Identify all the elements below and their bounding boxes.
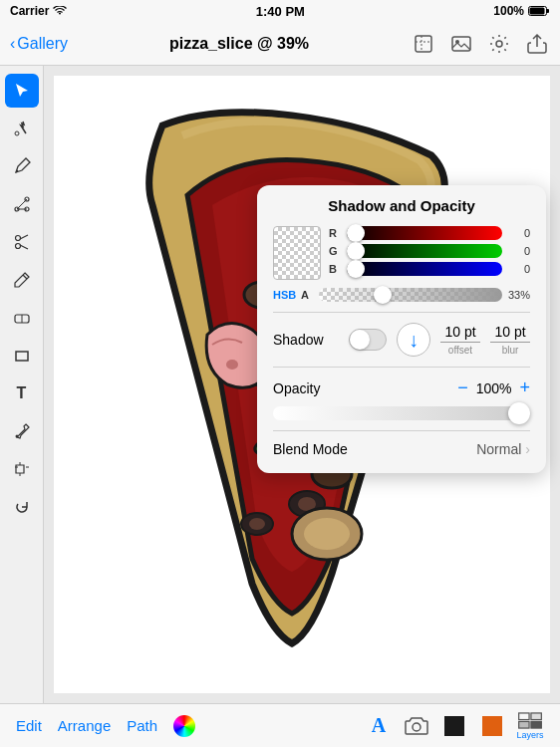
bottom-left-actions: Edit Arrange Path [16,715,195,737]
blue-label: B [329,263,341,275]
svg-rect-3 [416,36,431,52]
tool-text[interactable]: T [5,376,39,410]
red-slider-track [347,226,502,240]
camera-icon [405,716,428,736]
panel-title: Shadow and Opacity [273,197,530,214]
blue-slider-row: B 0 [329,262,530,276]
alpha-value: 33% [508,289,530,301]
tool-scissors[interactable] [5,225,39,259]
svg-point-15 [15,435,18,438]
tool-rotate[interactable] [5,490,39,524]
blend-mode-section[interactable]: Blend Mode Normal › [273,441,530,457]
tool-eyedropper[interactable] [5,414,39,448]
alpha-label: A [301,289,313,301]
edit-btn[interactable]: Edit [16,717,42,734]
tool-node[interactable] [5,187,39,221]
status-left: Carrier [10,4,67,18]
blend-chevron-icon: › [525,441,530,457]
gear-icon[interactable] [486,31,512,57]
opacity-section: Opacity − 100% + [273,377,530,398]
green-slider[interactable] [347,244,502,258]
battery-icon [528,5,550,17]
tool-rectangle[interactable] [5,339,39,373]
red-label: R [329,227,341,239]
opacity-label: Opacity [273,380,449,396]
tool-pen[interactable] [5,149,39,183]
bottom-right-actions: A Layers [365,712,544,740]
opacity-value: 100% [476,380,512,396]
opacity-slider-thumb [508,402,530,424]
blue-value: 0 [508,263,530,275]
nav-back[interactable]: ‹ Gallery [10,35,68,53]
camera-btn[interactable] [403,712,430,740]
shadow-blur-value: 10 pt [494,324,525,340]
shadow-arrow-icon: ↓ [409,329,419,352]
black-square-btn[interactable] [440,712,468,740]
color-preview[interactable] [273,226,321,280]
time-display: 1:40 PM [256,4,305,19]
shadow-line-2 [490,342,530,343]
divider-1 [273,312,530,313]
svg-point-7 [15,131,19,135]
layers-label: Layers [516,730,543,740]
svg-rect-42 [519,721,529,728]
sliders-section: R 0 G 0 [329,226,530,280]
green-value: 0 [508,245,530,257]
image-icon[interactable] [448,31,474,57]
shadow-offset-label: offset [448,345,472,356]
toggle-knob [350,330,370,350]
font-icon: A [372,714,386,737]
orange-square-btn[interactable] [478,712,506,740]
alpha-slider[interactable] [319,288,502,302]
svg-point-38 [304,518,350,550]
shadow-direction-btn[interactable]: ↓ [397,323,430,357]
back-chevron-icon: ‹ [10,35,15,53]
red-slider[interactable] [347,226,502,240]
bottom-toolbar: Edit Arrange Path A [0,703,560,747]
svg-rect-43 [531,721,541,728]
shadow-offset[interactable]: 10 pt offset [440,324,480,356]
shadow-section: Shadow ↓ 10 pt offset 10 pt [273,323,530,357]
tool-magic-wand[interactable] [5,112,39,145]
svg-point-11 [15,236,20,241]
svg-rect-41 [531,712,541,719]
path-btn[interactable]: Path [127,717,157,734]
main-area: T [0,66,560,703]
green-label: G [329,245,341,257]
shadow-offset-value: 10 pt [444,324,475,340]
shadow-blur[interactable]: 10 pt blur [490,324,530,356]
tool-pencil[interactable] [5,263,39,297]
opacity-minus-btn[interactable]: − [457,377,468,398]
hsb-label: HSB [273,289,295,301]
blue-slider-track [347,262,502,276]
blue-slider[interactable] [347,262,502,276]
arrange-btn[interactable]: Arrange [58,717,111,734]
share-icon[interactable] [524,31,550,57]
green-slider-row: G 0 [329,244,530,258]
carrier-label: Carrier [10,4,49,18]
color-wheel-btn[interactable] [173,715,195,737]
nav-title: pizza_slice @ 39% [169,35,309,53]
back-label[interactable]: Gallery [17,35,68,53]
svg-rect-4 [452,37,470,51]
alpha-slider-track [319,288,502,302]
svg-point-33 [226,360,238,370]
svg-point-12 [15,244,20,249]
blend-mode-label: Blend Mode [273,441,476,457]
resize-icon[interactable] [411,31,436,57]
font-btn[interactable]: A [365,712,393,740]
shadow-opacity-panel: Shadow and Opacity R 0 G [257,185,546,473]
black-square-icon [444,716,464,736]
tool-select[interactable] [5,74,39,108]
opacity-slider-track [273,406,530,420]
opacity-plus-btn[interactable]: + [519,377,530,398]
shadow-label: Shadow [273,332,339,348]
layers-btn[interactable]: Layers [516,712,544,740]
battery-pct: 100% [493,4,524,18]
orange-square-icon [482,716,502,736]
tool-eraser[interactable] [5,301,39,335]
layers-grid-icon [517,712,543,729]
shadow-toggle[interactable] [349,329,387,351]
green-slider-track [347,244,502,258]
tool-crop[interactable] [5,452,39,486]
